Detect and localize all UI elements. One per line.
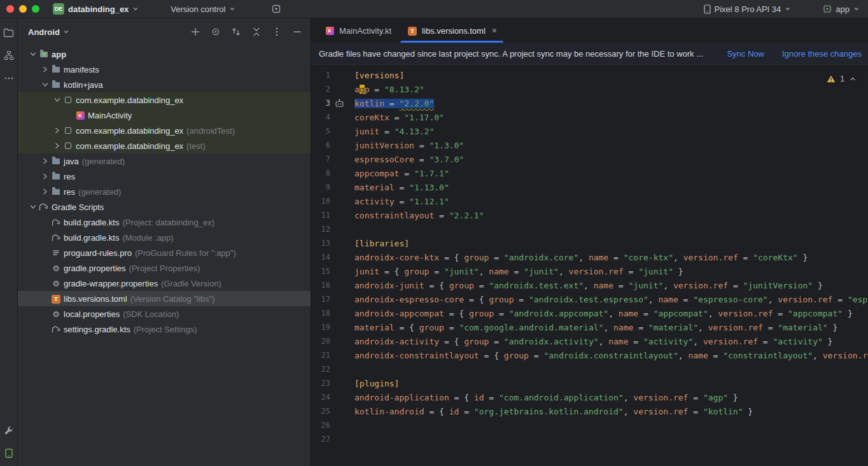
options-icon[interactable]: [271, 26, 283, 38]
structure-icon[interactable]: [3, 49, 15, 62]
tab-label: libs.versions.toml: [422, 26, 486, 36]
package-icon: [62, 141, 74, 151]
devices-icon[interactable]: [3, 447, 15, 460]
chevron-right-icon[interactable]: [52, 125, 62, 136]
project-widget[interactable]: DE databinding_ex: [48, 2, 143, 16]
device-selector[interactable]: Pixel 8 Pro API 34: [699, 3, 796, 15]
tree-item-res[interactable]: res(generated): [18, 184, 311, 199]
tree-item-proguard-rules-pro[interactable]: proguard-rules.pro(ProGuard Rules for ":…: [18, 245, 311, 260]
chevron-right-icon[interactable]: [40, 171, 50, 181]
run-configuration-selector[interactable]: app: [818, 3, 864, 15]
close-tab-icon[interactable]: ×: [492, 26, 497, 35]
tree-item-java[interactable]: java(generated): [18, 153, 311, 169]
tab-mainactivity-kt[interactable]: KMainActivity.kt: [316, 18, 399, 43]
editor-code-area[interactable]: 1[versions]2agp = "8.13.2"3kotlin = "2.2…: [311, 65, 868, 466]
code-text: junit = { group = "junit", name = "junit…: [354, 267, 683, 276]
tree-item-label: settings.gradle.kts: [64, 325, 130, 334]
chevron-down-icon: [63, 29, 69, 35]
chevron-down-icon[interactable]: [40, 80, 50, 90]
code-text: androidx-activity = { group = "androidx.…: [354, 337, 832, 346]
minimize-window-icon[interactable]: [19, 5, 27, 13]
chevron-down-icon[interactable]: [28, 49, 38, 59]
chevron-right-icon[interactable]: [40, 187, 50, 197]
tree-item-app[interactable]: app: [18, 46, 311, 62]
tree-item-com-example-databinding-ex[interactable]: com.example.databinding_ex(androidTest): [18, 123, 311, 138]
collapse-icon[interactable]: [251, 26, 262, 38]
line-number: 19: [311, 323, 330, 332]
code-text: [versions]: [354, 71, 404, 80]
line-number: 18: [311, 309, 330, 318]
chevron-down-icon: [785, 6, 791, 12]
editor-area: KMainActivity.ktTlibs.versions.toml× Gra…: [311, 18, 868, 466]
tree-item-gradle-properties[interactable]: ⚙gradle.properties(Project Properties): [18, 260, 311, 276]
more-icon[interactable]: [3, 72, 15, 85]
line-number: 16: [311, 281, 330, 290]
chevron-right-icon[interactable]: [40, 156, 50, 166]
folder-icon: [50, 156, 62, 166]
tree-item-mainactivity[interactable]: KMainActivity: [18, 108, 311, 123]
ignore-changes-link[interactable]: Ignore these changes: [782, 49, 862, 59]
window-controls: [6, 5, 39, 13]
tree-item-label: res: [64, 172, 75, 181]
expand-icon[interactable]: [230, 26, 242, 38]
project-icon[interactable]: [3, 26, 15, 39]
gradle-sync-banner: Gradle files have changed since last pro…: [311, 43, 868, 65]
tool-window-stripe: [0, 18, 18, 466]
tree-item-res[interactable]: res: [18, 169, 311, 184]
toml-icon: T: [50, 293, 62, 304]
chevron-down-icon[interactable]: [52, 95, 62, 105]
code-text: androidx-constraintlayout = { group = "a…: [354, 351, 868, 360]
tree-item-libs-versions-toml[interactable]: Tlibs.versions.toml(Version Catalog "lib…: [18, 291, 311, 306]
line-number: 26: [311, 421, 330, 430]
tree-item-label: java: [64, 157, 79, 166]
inspections-widget[interactable]: 1: [824, 73, 859, 85]
line-number: 7: [311, 155, 330, 164]
tree-item-suffix: (Project Settings): [134, 325, 197, 334]
tree-item-kotlin-java[interactable]: kotlin+java: [18, 77, 311, 92]
tree-item-build-gradle-kts[interactable]: build.gradle.kts(Project: databinding_ex…: [18, 215, 311, 230]
version-control-widget[interactable]: Version control: [166, 3, 240, 15]
locate-icon[interactable]: [210, 26, 221, 38]
add-icon[interactable]: [190, 26, 201, 38]
code-line: 9material = "1.13.0": [311, 180, 868, 194]
line-number: 14: [311, 253, 330, 262]
gradle-file-icon: [50, 217, 62, 228]
toml-icon: T: [407, 25, 418, 36]
project-view-selector[interactable]: Android: [28, 27, 69, 37]
folder-icon: [50, 171, 62, 181]
tree-item-gradle-wrapper-properties[interactable]: ⚙gradle-wrapper.properties(Gradle Versio…: [18, 276, 311, 291]
line-number: 22: [311, 365, 330, 374]
hide-icon[interactable]: [291, 26, 303, 38]
code-line: 11constraintlayout = "2.2.1": [311, 208, 868, 222]
chevron-up-icon[interactable]: [849, 75, 857, 83]
chevron-down-icon: [853, 6, 860, 12]
ai-suggestion-icon[interactable]: [335, 99, 344, 108]
chevron-right-icon[interactable]: [52, 141, 62, 151]
tree-item-local-properties[interactable]: ⚙local.properties(SDK Location): [18, 306, 311, 321]
tree-item-com-example-databinding-ex[interactable]: com.example.databinding_ex(test): [18, 138, 311, 153]
sync-now-link[interactable]: Sync Now: [727, 49, 764, 59]
line-number: 8: [311, 169, 330, 178]
tree-item-com-example-databinding-ex[interactable]: com.example.databinding_ex: [18, 92, 311, 108]
tab-label: MainActivity.kt: [339, 26, 391, 36]
line-number: 23: [311, 379, 330, 388]
close-window-icon[interactable]: [6, 5, 14, 13]
gear-icon: ⚙: [50, 309, 62, 319]
build-icon[interactable]: [3, 424, 15, 437]
project-tree: appmanifestskotlin+javacom.example.datab…: [18, 45, 311, 337]
zoom-window-icon[interactable]: [32, 5, 39, 13]
tab-libs-versions-toml[interactable]: Tlibs.versions.toml×: [399, 18, 505, 43]
code-line: 21androidx-constraintlayout = { group = …: [311, 348, 868, 362]
chevron-down-icon[interactable]: [28, 202, 38, 212]
tree-item-manifests[interactable]: manifests: [18, 62, 311, 77]
tree-item-build-gradle-kts[interactable]: build.gradle.kts(Module :app): [18, 230, 311, 245]
toolbar-widget-button[interactable]: [267, 3, 286, 15]
tree-item-gradle-scripts[interactable]: Gradle Scripts: [18, 199, 311, 215]
chevron-right-icon[interactable]: [40, 64, 50, 74]
code-text: [plugins]: [354, 379, 399, 388]
code-text: kotlin = "2.2.0": [354, 99, 434, 108]
code-text: [libraries]: [354, 239, 409, 248]
tree-item-settings-gradle-kts[interactable]: settings.gradle.kts(Project Settings): [18, 321, 311, 337]
code-text: material = { group = "com.google.android…: [354, 323, 837, 332]
code-line: 24android-application = { id = "com.andr…: [311, 390, 868, 404]
